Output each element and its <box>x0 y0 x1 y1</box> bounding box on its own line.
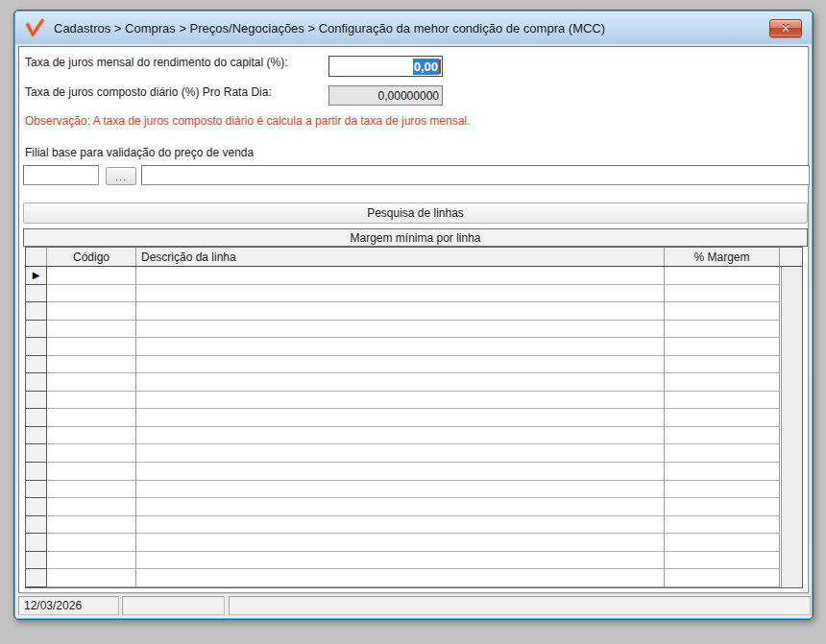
row-margin-cell <box>665 481 780 499</box>
row-description-cell <box>136 444 665 463</box>
daily-rate-value: 0,00000000 <box>378 89 439 103</box>
table-row[interactable] <box>26 498 802 516</box>
row-margin-cell <box>665 444 780 463</box>
branch-name-field <box>141 165 810 185</box>
row-indicator <box>26 498 47 516</box>
monthly-rate-input[interactable]: 0,00 <box>328 56 443 77</box>
titlebar: Cadastros > Compras > Preços/Negociações… <box>16 12 811 44</box>
row-code-cell <box>47 427 136 445</box>
status-segment-3 <box>229 596 811 615</box>
row-description-cell <box>136 498 665 516</box>
search-lines-button-label: Pesquisa de linhas <box>367 206 464 220</box>
grid-header-filler <box>780 248 802 266</box>
row-margin-cell <box>665 392 780 410</box>
grid-header-description: Descrição da linha <box>136 248 665 266</box>
status-segment-2 <box>122 596 225 615</box>
table-row[interactable]: ▶ <box>26 267 802 285</box>
row-indicator <box>26 534 47 552</box>
row-description-cell <box>136 373 665 392</box>
table-row[interactable] <box>26 338 802 356</box>
table-row[interactable] <box>26 444 802 463</box>
row-description-cell <box>136 338 665 356</box>
row-description-cell <box>136 534 665 552</box>
row-margin-cell <box>665 321 780 339</box>
table-row[interactable] <box>26 409 802 427</box>
table-row[interactable] <box>26 427 802 445</box>
row-indicator <box>26 569 47 587</box>
row-margin-cell <box>665 498 780 516</box>
row-margin-cell <box>665 463 780 481</box>
table-row[interactable] <box>26 569 802 587</box>
observation-text: Observação: A taxa de juros composto diá… <box>25 114 471 128</box>
row-code-cell <box>47 409 136 427</box>
row-description-cell <box>136 409 665 427</box>
row-indicator: ▶ <box>26 267 47 285</box>
row-indicator <box>26 427 47 445</box>
row-description-cell <box>136 427 665 445</box>
text-caret <box>439 60 441 74</box>
window-title: Cadastros > Compras > Preços/Negociações… <box>54 21 605 36</box>
row-code-cell <box>47 534 136 552</box>
table-row[interactable] <box>26 481 802 499</box>
table-row[interactable] <box>26 552 802 570</box>
row-code-cell <box>47 498 136 516</box>
row-indicator <box>26 321 47 339</box>
row-indicator <box>26 392 47 410</box>
close-button[interactable]: ✕ <box>769 19 802 37</box>
ellipsis-icon: ... <box>115 171 127 182</box>
table-row[interactable] <box>26 302 802 321</box>
branch-name-input[interactable] <box>142 166 809 184</box>
table-row[interactable] <box>26 373 802 392</box>
row-indicator <box>26 463 47 481</box>
grid-title-label: Margem mínima por linha <box>350 231 480 245</box>
row-indicator <box>26 302 47 321</box>
branch-lookup-button[interactable]: ... <box>106 167 136 185</box>
row-code-cell <box>47 392 136 410</box>
row-indicator <box>26 373 47 392</box>
row-code-cell <box>47 569 136 587</box>
row-description-cell <box>136 463 665 481</box>
row-margin-cell <box>665 534 780 552</box>
row-code-cell <box>47 444 136 463</box>
row-margin-cell <box>665 267 780 285</box>
grid-title: Margem mínima por linha <box>23 228 808 247</box>
row-margin-cell <box>665 302 780 321</box>
grid-vertical-scrollbar[interactable] <box>781 267 802 587</box>
row-code-cell <box>47 321 136 339</box>
table-row[interactable] <box>26 516 802 535</box>
table-row[interactable] <box>26 463 802 481</box>
branch-label: Filial base para validação do preço de v… <box>25 146 254 159</box>
row-description-cell <box>136 392 665 410</box>
search-lines-button[interactable]: Pesquisa de linhas <box>23 203 808 224</box>
client-panel: Taxa de juros mensal do rendimento do ca… <box>18 46 809 593</box>
row-code-cell <box>47 356 136 374</box>
row-description-cell <box>136 267 665 285</box>
status-bar: 12/03/2026 <box>14 596 813 616</box>
row-description-cell <box>136 302 665 321</box>
lines-grid-body: ▶ <box>26 267 802 587</box>
row-indicator <box>26 444 47 463</box>
grid-header-indicator <box>26 248 47 266</box>
row-margin-cell <box>665 409 780 427</box>
table-row[interactable] <box>26 356 802 374</box>
row-margin-cell <box>665 516 780 535</box>
row-margin-cell <box>665 552 780 570</box>
row-code-cell <box>47 516 136 535</box>
row-indicator <box>26 409 47 427</box>
row-indicator <box>26 552 47 570</box>
row-description-cell <box>136 321 665 339</box>
row-description-cell <box>136 481 665 499</box>
row-code-cell <box>47 481 136 499</box>
table-row[interactable] <box>26 321 802 339</box>
close-icon: ✕ <box>781 23 790 34</box>
row-code-cell <box>47 373 136 392</box>
grid-header-row: Código Descrição da linha % Margem <box>26 248 802 267</box>
table-row[interactable] <box>26 285 802 303</box>
table-row[interactable] <box>26 392 802 410</box>
row-description-cell <box>136 356 665 374</box>
branch-code-input[interactable] <box>24 166 98 184</box>
row-code-cell <box>47 267 136 285</box>
table-row[interactable] <box>26 534 802 552</box>
row-description-cell <box>136 569 665 587</box>
row-indicator <box>26 356 47 374</box>
